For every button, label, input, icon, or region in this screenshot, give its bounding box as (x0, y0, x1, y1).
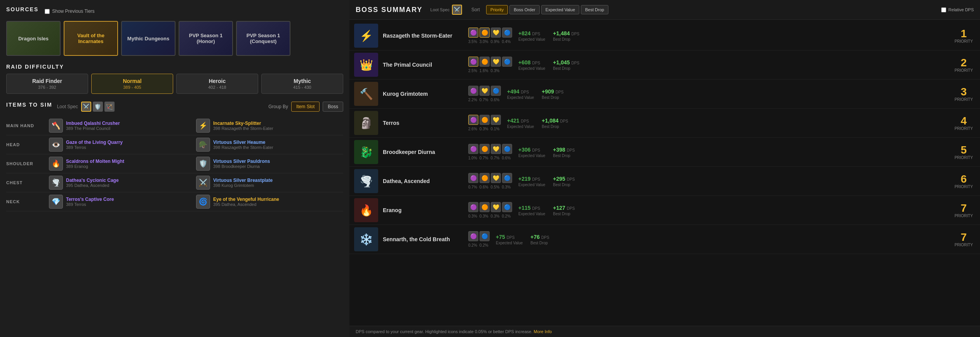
boss-priority-eranog: 7 Priority (952, 203, 975, 218)
boss-row-broodkeeper[interactable]: 🐉 Broodkeeper Diurna 🟣 🟠 💛 🔵 1.0% 0.7% 0… (349, 138, 980, 167)
item-entry-right-chest[interactable]: ⚔️ Virtuous Silver Breastplate 398 Kurog… (196, 176, 343, 190)
diff-tile-mythic[interactable]: Mythic 415 - 430 (261, 74, 343, 94)
item-entry-right-neck[interactable]: 🌀 Eye of the Vengeful Hurricane 395 Dath… (196, 195, 343, 209)
item-name-main-hand-right: Incarnate Sky-Splitter (213, 121, 273, 126)
footer-note: DPS compared to your current gear. Highl… (349, 326, 980, 337)
item-sub-shoulder-left: 389 Eranog (66, 164, 124, 169)
boss-name-eranog: Eranog (383, 207, 468, 213)
boss-item-icon: 💛 (491, 28, 501, 38)
loot-spec-header-icon[interactable]: ⚔️ (452, 5, 462, 15)
item-info-head-right: Virtuous Silver Heaume 398 Raszageth the… (213, 140, 273, 150)
difficulty-tiles: Raid Finder 376 - 392 Normal 389 - 405 H… (6, 74, 343, 94)
boss-priority-terros: 4 Priority (952, 116, 975, 131)
group-by-boss-btn[interactable]: Boss (323, 102, 343, 112)
show-previous-checkbox[interactable] (45, 9, 50, 14)
item-icon-neck-left: 💎 (49, 195, 63, 209)
item-info-shoulder-left: Scaldrons of Molten Might 389 Eranog (66, 159, 124, 169)
boss-item-icon: 🟠 (480, 173, 490, 183)
boss-item-icon: 💛 (491, 115, 501, 125)
item-icon-main-hand-right: ⚡ (196, 119, 210, 133)
item-pair-main-hand: 🪓 Imbued Qalashi Crusher 389 The Primal … (49, 119, 343, 133)
boss-name-broodkeeper: Broodkeeper Diurna (383, 149, 468, 155)
item-entry-left-neck[interactable]: 💎 Terros's Captive Core 389 Terros (49, 195, 196, 209)
show-previous-label[interactable]: Show Previous Tiers (45, 9, 94, 14)
sort-btn-boss-order[interactable]: Boss Order (509, 5, 540, 14)
boss-item-icon: 🔵 (502, 28, 512, 38)
boss-item-icon: 🟣 (468, 144, 478, 154)
item-icon-neck-right: 🌀 (196, 195, 210, 209)
left-panel: SOURCES Show Previous Tiers Dragon Isles… (0, 0, 349, 337)
boss-portrait-broodkeeper: 🐉 (354, 140, 378, 164)
item-entry-right-shoulder[interactable]: 🛡️ Virtuous Silver Pauldrons 398 Broodke… (196, 157, 343, 171)
boss-icons-kurog: 🟣 💛 🔵 2.2% 0.7% 0.6% (468, 86, 501, 102)
item-icon-shoulder-right: 🛡️ (196, 157, 210, 171)
boss-item-icon: 🟣 (468, 86, 478, 96)
slot-label-chest: CHEST (6, 180, 49, 185)
item-icon-chest-right: ⚔️ (196, 176, 210, 190)
boss-item-icon: 🟣 (468, 115, 478, 125)
boss-item-icon: 🟣 (468, 57, 478, 67)
diff-tile-normal[interactable]: Normal 389 - 405 (91, 74, 173, 94)
item-info-main-hand-right: Incarnate Sky-Splitter 398 Raszageth the… (213, 121, 273, 131)
boss-row-sennarth[interactable]: ❄️ Sennarth, the Cold Breath 🟣 🔵 0.2% 0.… (349, 225, 980, 254)
relative-dps-toggle[interactable]: Relative DPS (941, 7, 974, 12)
item-sub-chest-right: 398 Kurog Grimtotem (213, 183, 273, 188)
source-tiles: Dragon Isles Vault of the Incarnates Myt… (6, 21, 343, 56)
items-to-sim-title: ITEMS TO SIM (6, 102, 52, 108)
item-entry-right-head[interactable]: 🪖 Virtuous Silver Heaume 398 Raszageth t… (196, 138, 343, 152)
slot-label-main-hand: MAIN HAND (6, 123, 49, 128)
boss-item-icon: 🟠 (480, 57, 490, 67)
item-icon-chest-left: 🌪️ (49, 176, 63, 190)
source-tile-pvp-conquest[interactable]: PVP Season 1 (Conquest) (236, 21, 290, 56)
boss-priority-kurog: 3 Priority (952, 86, 975, 102)
boss-icons-terros: 🟣 🟠 💛 2.6% 0.3% 0.1% (468, 115, 501, 131)
item-entry-left-chest[interactable]: 🌪️ Dathea's Cyclonic Cage 395 Dathea, As… (49, 176, 196, 190)
boss-best-drop-sennarth: +76 DPS Best Drop (530, 234, 549, 245)
item-entry-left-head[interactable]: 👁️ Gaze of the Living Quarry 389 Terros (49, 138, 196, 152)
boss-item-icon: 🔵 (480, 231, 490, 241)
source-tile-pvp-honor[interactable]: PVP Season 1 (Honor) (179, 21, 233, 56)
boss-summary-header: BOSS SUMMARY Loot Spec ⚔️ Sort Priority … (349, 0, 980, 20)
items-header-left: ITEMS TO SIM Loot Spec ⚔️ 🛡️ 🏹 (6, 102, 115, 112)
boss-item-icon: 💛 (491, 57, 501, 67)
item-entry-right-main-hand[interactable]: ⚡ Incarnate Sky-Splitter 398 Raszageth t… (196, 119, 343, 133)
boss-row-dathea[interactable]: 🌪️ Dathea, Ascended 🟣 🟠 💛 🔵 0.7% 0.6% 0.… (349, 167, 980, 196)
item-sub-head-left: 389 Terros (66, 145, 123, 150)
boss-stats-primal-council: +608 DPS Expected Value (518, 59, 545, 71)
spec-icon-2[interactable]: 🛡️ (93, 102, 103, 112)
sort-btn-best-drop[interactable]: Best Drop (581, 5, 608, 14)
sort-btn-priority[interactable]: Priority (486, 5, 508, 14)
item-entry-left-shoulder[interactable]: 🔥 Scaldrons of Molten Might 389 Eranog (49, 157, 196, 171)
boss-row-raszageth[interactable]: ⚡ Raszageth the Storm-Eater 🟣 🟠 💛 🔵 3.5%… (349, 21, 980, 50)
source-tile-dragon[interactable]: Dragon Isles (6, 21, 61, 56)
boss-item-icon: 🟠 (480, 115, 490, 125)
spec-icon-3[interactable]: 🏹 (104, 102, 115, 112)
boss-row-kurog[interactable]: 🔨 Kurog Grimtotem 🟣 💛 🔵 2.2% 0.7% 0.6% +… (349, 79, 980, 109)
footer-more-info-link[interactable]: More Info (534, 329, 552, 334)
item-entry-left-main-hand[interactable]: 🪓 Imbued Qalashi Crusher 389 The Primal … (49, 119, 196, 133)
group-by-item-slot-btn[interactable]: Item Slot (291, 102, 320, 112)
source-tile-vault[interactable]: Vault of the Incarnates (64, 21, 118, 56)
group-by-label: Group By (268, 104, 288, 109)
sort-btn-expected-value[interactable]: Expected Value (541, 5, 579, 14)
source-tile-mythic[interactable]: Mythic Dungeons (121, 21, 175, 56)
diff-tile-heroic[interactable]: Heroic 402 - 418 (176, 74, 258, 94)
boss-name-raszageth: Raszageth the Storm-Eater (383, 33, 468, 39)
boss-row-terros[interactable]: 🗿 Terros 🟣 🟠 💛 2.6% 0.3% 0.1% +421 DPS (349, 109, 980, 138)
spec-icon-1[interactable]: ⚔️ (81, 102, 91, 112)
relative-dps-checkbox[interactable] (941, 7, 946, 12)
item-name-head-right: Virtuous Silver Heaume (213, 140, 273, 145)
diff-tile-raid-finder[interactable]: Raid Finder 376 - 392 (6, 74, 88, 94)
boss-icons-dathea: 🟣 🟠 💛 🔵 0.7% 0.6% 0.5% 0.3% (468, 173, 512, 189)
boss-icons-eranog: 🟣 🟠 💛 🔵 0.3% 0.3% 0.3% 0.2% (468, 202, 512, 218)
boss-best-drop-eranog: +127 DPS Best Drop (553, 205, 575, 216)
boss-item-icon: 🟣 (468, 28, 478, 38)
boss-row-eranog[interactable]: 🔥 Eranog 🟣 🟠 💛 🔵 0.3% 0.3% 0.3% 0.2% (349, 196, 980, 225)
boss-item-icon: 🔵 (491, 86, 501, 96)
boss-row-primal-council[interactable]: 👑 The Primal Council 🟣 🟠 💛 🔵 2.5% 1.6% 0… (349, 50, 980, 79)
boss-icons-broodkeeper: 🟣 🟠 💛 🔵 1.0% 0.7% 0.7% 0.6% (468, 144, 512, 160)
sort-buttons: Priority Boss Order Expected Value Best … (486, 5, 608, 14)
boss-icons-primal-council: 🟣 🟠 💛 🔵 2.5% 1.6% 0.3% (468, 57, 512, 73)
boss-portrait-dathea: 🌪️ (354, 169, 378, 193)
item-name-head-left: Gaze of the Living Quarry (66, 140, 123, 145)
